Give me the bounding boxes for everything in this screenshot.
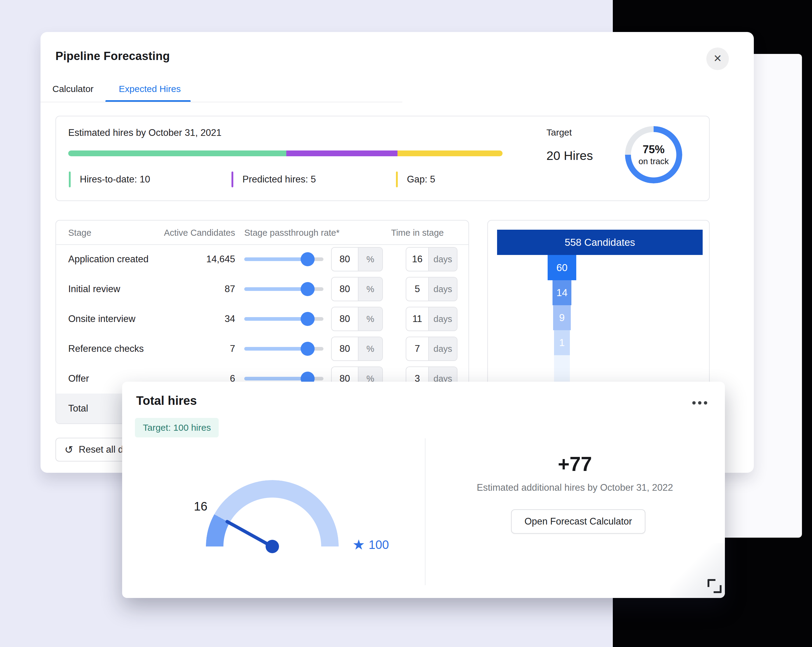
rate-input[interactable]: 80 % xyxy=(331,307,383,331)
stage-name: Offer xyxy=(68,364,89,394)
legend-mark-yellow xyxy=(396,171,398,187)
gauge-target-value: 100 xyxy=(369,538,389,552)
screen: Pipeline Forecasting × Calculator Expect… xyxy=(0,0,812,647)
days-suffix: days xyxy=(428,248,457,271)
slider-thumb[interactable] xyxy=(301,252,314,266)
slider-thumb[interactable] xyxy=(301,282,314,296)
more-options-icon xyxy=(698,401,701,404)
tab-expected-hires[interactable]: Expected Hires xyxy=(119,82,181,96)
legend-hires-to-date: Hires-to-date: 10 xyxy=(69,171,150,187)
rate-value[interactable]: 80 xyxy=(332,307,358,331)
column-header-stage: Stage xyxy=(68,228,92,238)
time-input[interactable]: 16 days xyxy=(406,247,458,272)
stage-name: Reference checks xyxy=(68,334,144,364)
total-label: Total xyxy=(68,394,88,423)
legend-label: Predicted hires: 5 xyxy=(243,174,316,185)
total-hires-gauge xyxy=(206,480,339,598)
rate-input[interactable]: 80 % xyxy=(331,277,383,301)
table-row: Application created 14,645 80 % 16 days xyxy=(56,244,469,274)
percent-suffix: % xyxy=(358,337,382,360)
funnel-block-1: 1 xyxy=(554,330,570,355)
target-badge: Target: 100 hires xyxy=(135,418,219,438)
gauge-pivot xyxy=(266,540,279,553)
slider-fill xyxy=(244,257,308,261)
slider-fill xyxy=(244,287,308,291)
column-header-time-in-stage: Time in stage xyxy=(391,228,444,238)
rate-input[interactable]: 80 % xyxy=(331,247,383,272)
legend-gap: Gap: 5 xyxy=(396,171,435,187)
page-title: Pipeline Forecasting xyxy=(55,50,170,63)
legend-label: Gap: 5 xyxy=(407,174,435,185)
time-value[interactable]: 11 xyxy=(406,307,428,331)
donut-percent: 75% xyxy=(643,143,665,156)
segment-predicted-hires xyxy=(286,151,397,156)
legend-mark-green xyxy=(69,171,71,187)
open-forecast-calculator-button[interactable]: Open Forecast Calculator xyxy=(511,509,646,534)
segment-gap xyxy=(397,151,502,156)
hires-progress-bar xyxy=(68,151,502,156)
column-header-passthrough-rate: Stage passthrough rate* xyxy=(244,228,340,238)
donut-center-labels: 75% on track xyxy=(625,126,682,183)
table-row: Reference checks 7 80 % 7 days xyxy=(56,334,469,364)
donut-status: on track xyxy=(638,157,669,166)
total-hires-card: Total hires Target: 100 hires 16 ★ 100 +… xyxy=(122,381,725,598)
summary-title: Estimated hires by October 31, 2021 xyxy=(68,127,221,138)
more-options-button[interactable] xyxy=(687,395,712,410)
stage-name: Application created xyxy=(68,244,149,274)
column-header-active-candidates: Active Candidates xyxy=(147,228,235,238)
rate-value[interactable]: 80 xyxy=(332,337,358,360)
time-value[interactable]: 5 xyxy=(406,278,428,301)
days-suffix: days xyxy=(428,307,457,331)
slider-thumb[interactable] xyxy=(301,342,314,356)
more-options-icon xyxy=(692,401,696,404)
slider-fill xyxy=(244,317,308,321)
funnel-block-ghost xyxy=(554,355,570,385)
slider-fill xyxy=(244,377,308,380)
time-value[interactable]: 16 xyxy=(406,248,428,271)
funnel-block-60: 60 xyxy=(548,255,576,280)
total-hires-title: Total hires xyxy=(136,394,197,407)
tabbar-divider xyxy=(41,102,402,102)
expand-icon[interactable] xyxy=(708,579,722,593)
percent-suffix: % xyxy=(358,248,382,271)
stage-name: Onsite interview xyxy=(68,304,136,334)
target-label: Target xyxy=(546,127,572,138)
active-candidates-value: 34 xyxy=(174,304,235,334)
legend-predicted-hires: Predicted hires: 5 xyxy=(232,171,316,187)
active-candidates-value: 87 xyxy=(174,274,235,304)
active-candidates-value: 14,645 xyxy=(174,244,235,274)
gauge-current-value: 16 xyxy=(177,500,208,513)
tab-calculator[interactable]: Calculator xyxy=(52,82,93,96)
active-candidates-value: 7 xyxy=(174,334,235,364)
more-options-icon xyxy=(704,401,707,404)
funnel-block-14: 14 xyxy=(553,280,571,305)
close-button[interactable]: × xyxy=(706,47,729,70)
expand-bracket-bottom-right xyxy=(714,585,722,593)
days-suffix: days xyxy=(428,337,457,360)
estimated-hires-summary-card: Estimated hires by October 31, 2021 Hire… xyxy=(55,116,710,201)
gauge-target: ★ 100 xyxy=(353,538,389,552)
funnel-top-bar: 558 Candidates xyxy=(497,230,703,255)
time-value[interactable]: 7 xyxy=(406,337,428,360)
time-input[interactable]: 5 days xyxy=(406,277,458,301)
segment-hires-to-date xyxy=(68,151,286,156)
estimated-additional-hires-value: +77 xyxy=(425,452,725,476)
star-icon: ★ xyxy=(353,538,365,552)
funnel-block-9: 9 xyxy=(553,305,571,330)
rate-value[interactable]: 80 xyxy=(332,248,358,271)
target-value: 20 Hires xyxy=(546,149,593,163)
legend-mark-purple xyxy=(232,171,233,187)
rate-input[interactable]: 80 % xyxy=(331,337,383,361)
time-input[interactable]: 7 days xyxy=(406,337,458,361)
close-icon: × xyxy=(714,52,722,65)
rate-value[interactable]: 80 xyxy=(332,278,358,301)
legend-label: Hires-to-date: 10 xyxy=(80,174,150,185)
estimated-additional-hires-caption: Estimated additional hires by October 31… xyxy=(425,482,725,493)
table-row: Onsite interview 34 80 % 11 days xyxy=(56,304,469,334)
slider-thumb[interactable] xyxy=(301,312,314,326)
percent-suffix: % xyxy=(358,307,382,331)
table-row: Initial review 87 80 % 5 days xyxy=(56,274,469,304)
time-input[interactable]: 11 days xyxy=(406,307,458,331)
days-suffix: days xyxy=(428,278,457,301)
slider-fill xyxy=(244,347,308,351)
